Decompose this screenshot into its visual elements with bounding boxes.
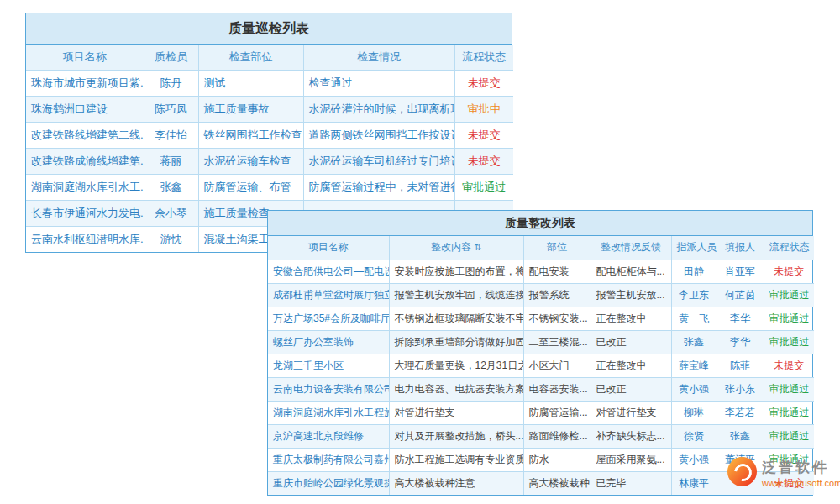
patrol-header-row: 项目名称 质检员 检查部位 检查情况 流程状态 (26, 45, 513, 70)
rectify-col-feedback: 整改情况反馈 (591, 236, 671, 260)
rectify-row[interactable]: 螺丝厂办公室装饰 拆除到承重墙部分请做好加固... 二至三楼混... 已改正 张… (268, 330, 814, 354)
cell-part: 防腐管运输... (523, 401, 591, 424)
rectify-row[interactable]: 湖南洞庭湖水库引水工程施工... 对管进行垫支 防腐管运输... 对管进行垫支 … (268, 401, 814, 424)
cell-filler: 张小东 (717, 377, 764, 401)
cell-inspector: 蒋丽 (144, 148, 198, 174)
cell-feedback: 屋面采用聚氨... (591, 448, 671, 471)
cell-project[interactable]: 万达广场35#会所及咖啡厅空... (268, 307, 389, 330)
rectify-row[interactable]: 京沪高速北京段维修 对其及开展整改措施，桥头... 路面维修检... 补齐缺失标… (268, 424, 814, 448)
patrol-row[interactable]: 珠海市城市更新项目紫... 陈丹 测试 检查通过 未提交 (26, 70, 513, 96)
brand-name: 泛普软件 (762, 460, 840, 476)
rectify-col-content[interactable]: 整改内容⇅ (389, 236, 523, 260)
cell-part: 电容器安装... (523, 377, 591, 401)
rectify-list-title: 质量整改列表 (268, 211, 812, 236)
rectify-col-part: 部位 (523, 236, 591, 260)
cell-project[interactable]: 云南电力设备安装有限公司20... (268, 377, 389, 401)
cell-content: 对管进行垫支 (389, 401, 523, 424)
cell-feedback: 补齐缺失标志... (591, 424, 671, 448)
cell-status: 审批通过 (764, 377, 814, 401)
rectify-col-content-label: 整改内容 (431, 241, 471, 253)
cell-status: 审批通过 (454, 174, 513, 200)
patrol-row[interactable]: 改建铁路成渝线增建第... 蒋丽 水泥砼运输车检查 水泥砼运输车司机经过专门培训… (26, 148, 513, 174)
cell-assignee: 林康平 (671, 471, 717, 495)
cell-project[interactable]: 螺丝厂办公室装饰 (268, 330, 389, 354)
cell-assignee: 徐贤 (671, 424, 717, 448)
cell-situation: 防腐管运输过程中，未对管进行... (303, 174, 454, 200)
cell-project[interactable]: 长春市伊通河水力发电... (26, 200, 144, 226)
cell-project[interactable]: 珠海鹤洲口建设 (26, 96, 144, 122)
cell-content: 高大楼被栽种注意 (389, 471, 523, 495)
cell-part: 测试 (198, 70, 303, 96)
cell-assignee: 柳琳 (671, 401, 717, 424)
cell-situation: 水泥砼运输车司机经过专门培训... (303, 148, 454, 174)
cell-inspector: 游忱 (144, 226, 198, 252)
cell-status: 审批通过 (764, 424, 814, 448)
rectify-row[interactable]: 安徽合肥供电公司—配电设备... 安装时应按施工图的布置，将... 配电安装 配… (268, 260, 814, 283)
cell-situation: 检查通过 (303, 70, 454, 96)
brand-url[interactable]: www.fanpusoft.com (762, 478, 840, 488)
cell-project[interactable]: 湖南洞庭湖水库引水工... (26, 174, 144, 200)
sort-icon[interactable]: ⇅ (474, 242, 481, 252)
cell-feedback: 已改正 (591, 330, 671, 354)
patrol-col-status: 流程状态 (454, 45, 513, 70)
brand-logo[interactable]: 泛普软件 www.fanpusoft.com (727, 457, 840, 488)
cell-content: 大理石质量更换，12月31日之... (389, 354, 523, 377)
cell-filler: 李华 (717, 330, 764, 354)
rectify-row[interactable]: 成都杜甫草堂盆时展厅独立展... 报警主机安放牢固，线缆连接... 报警系统 报… (268, 283, 814, 307)
cell-project[interactable]: 京沪高速北京段维修 (268, 424, 389, 448)
cell-project[interactable]: 重庆市贻岭公园绿化景观提升... (268, 471, 389, 495)
patrol-row[interactable]: 改建铁路线增建第二线... 李佳怡 铁丝网围挡工作检查 道路两侧铁丝网围挡工作按… (26, 122, 513, 148)
patrol-col-situation: 检查情况 (303, 45, 454, 70)
rectify-table: 项目名称 整改内容⇅ 部位 整改情况反馈 指派人员 填报人 流程状态 安徽合肥供… (268, 236, 814, 495)
rectify-row[interactable]: 万达广场35#会所及咖啡厅空... 不锈钢边框玻璃隔断安装不牢... 不锈钢安装… (268, 307, 814, 330)
cell-status: 未提交 (454, 122, 513, 148)
cell-project[interactable]: 改建铁路成渝线增建第... (26, 148, 144, 174)
patrol-col-inspector: 质检员 (144, 45, 198, 70)
cell-part: 防腐管运输、布管 (198, 174, 303, 200)
patrol-col-project: 项目名称 (26, 45, 144, 70)
patrol-list-title: 质量巡检列表 (26, 13, 512, 45)
cell-status: 审批中 (454, 96, 513, 122)
cell-part: 施工质量事故 (198, 96, 303, 122)
cell-part: 配电安装 (523, 260, 591, 283)
cell-content: 不锈钢边框玻璃隔断安装不牢... (389, 307, 523, 330)
cell-project[interactable]: 安徽合肥供电公司—配电设备... (268, 260, 389, 283)
cell-part: 路面维修检... (523, 424, 591, 448)
cell-status: 审批通过 (764, 283, 814, 307)
cell-part: 水泥砼运输车检查 (198, 148, 303, 174)
patrol-row[interactable]: 湖南洞庭湖水库引水工... 张鑫 防腐管运输、布管 防腐管运输过程中，未对管进行… (26, 174, 513, 200)
patrol-row[interactable]: 珠海鹤洲口建设 陈巧凤 施工质量事故 水泥砼灌注的时候，出现离析现象 审批中 (26, 96, 513, 122)
fanpu-logo-icon (727, 457, 757, 486)
cell-status: 审批通过 (764, 307, 814, 330)
cell-project[interactable]: 成都杜甫草堂盆时展厅独立展... (268, 283, 389, 307)
cell-inspector: 陈巧凤 (144, 96, 198, 122)
cell-part: 高大楼被栽种 (523, 471, 591, 495)
cell-project[interactable]: 云南水利枢纽潜明水库... (26, 226, 144, 252)
cell-part: 报警系统 (523, 283, 591, 307)
cell-assignee: 薛宝峰 (671, 354, 717, 377)
cell-assignee: 李卫东 (671, 283, 717, 307)
cell-feedback: 正在整改中 (591, 307, 671, 330)
cell-part: 防水 (523, 448, 591, 471)
cell-feedback: 已改正 (591, 377, 671, 401)
cell-filler: 张鑫 (717, 424, 764, 448)
cell-assignee: 黄小强 (671, 377, 717, 401)
cell-content: 安装时应按施工图的布置，将... (389, 260, 523, 283)
cell-assignee: 黄一飞 (671, 307, 717, 330)
rectify-row[interactable]: 云南电力设备安装有限公司20... 电力电容器、电抗器安装方案,... 电容器安… (268, 377, 814, 401)
cell-status: 审批通过 (764, 330, 814, 354)
cell-inspector: 陈丹 (144, 70, 198, 96)
cell-filler: 何芷茵 (717, 283, 764, 307)
cell-inspector: 李佳怡 (144, 122, 198, 148)
cell-project[interactable]: 珠海市城市更新项目紫... (26, 70, 144, 96)
rectify-row[interactable]: 龙湖三千里小区 大理石质量更换，12月31日之... 小区大门 正在整改中 薛宝… (268, 354, 814, 377)
rectify-col-project: 项目名称 (268, 236, 389, 260)
cell-project[interactable]: 龙湖三千里小区 (268, 354, 389, 377)
cell-content: 报警主机安放牢固，线缆连接... (389, 283, 523, 307)
cell-project[interactable]: 湖南洞庭湖水库引水工程施工... (268, 401, 389, 424)
cell-project[interactable]: 重庆太极制药有限公司嘉州中... (268, 448, 389, 471)
cell-project[interactable]: 改建铁路线增建第二线... (26, 122, 144, 148)
cell-feedback: 配电柜柜体与... (591, 260, 671, 283)
cell-status: 未提交 (764, 354, 814, 377)
cell-feedback: 对管进行垫支 (591, 401, 671, 424)
